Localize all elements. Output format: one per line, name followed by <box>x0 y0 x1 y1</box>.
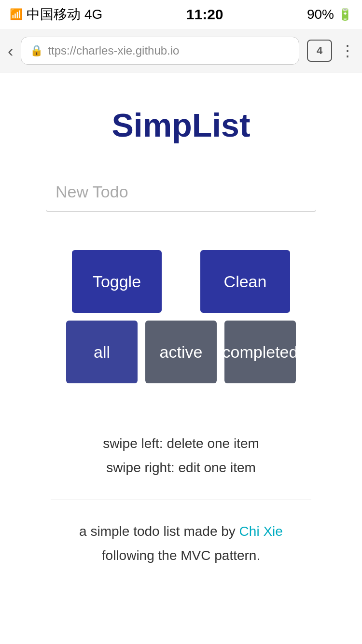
app-title: SimpList <box>111 106 250 144</box>
filter-buttons-row: all active completed <box>66 321 296 383</box>
new-todo-input[interactable] <box>46 173 316 211</box>
back-button[interactable]: ‹ <box>8 42 13 59</box>
status-bar: 📶 中国移动 4G 11:20 90% 🔋 <box>0 0 362 29</box>
browser-chrome: ‹ 🔒 ttps://charles-xie.github.io 4 ⋮ <box>0 29 362 72</box>
filter-all-button[interactable]: all <box>66 321 138 383</box>
status-bar-right: 90% 🔋 <box>307 7 352 22</box>
toggle-button[interactable]: Toggle <box>72 250 162 313</box>
todo-input-container <box>46 173 316 211</box>
time-label: 11:20 <box>186 6 223 23</box>
battery-label: 90% <box>307 7 334 22</box>
top-buttons-row: Toggle Clean <box>72 250 290 313</box>
buttons-area: Toggle Clean all active completed <box>66 250 296 383</box>
url-prefix: ttps:// <box>48 44 76 57</box>
signal-icon: 📶 <box>10 8 23 21</box>
status-bar-left: 📶 中国移动 4G <box>10 5 102 24</box>
network-label: 4G <box>84 7 102 22</box>
filter-completed-button[interactable]: completed <box>224 321 296 383</box>
menu-button[interactable]: ⋮ <box>340 42 354 60</box>
url-bar[interactable]: 🔒 ttps://charles-xie.github.io <box>21 37 299 65</box>
divider <box>51 500 311 500</box>
battery-icon: 🔋 <box>338 8 352 21</box>
instruction-line2: swipe right: edit one item <box>103 456 259 480</box>
tab-button[interactable]: 4 <box>307 40 332 62</box>
instruction-line1: swipe left: delete one item <box>103 432 259 456</box>
instructions: swipe left: delete one item swipe right:… <box>103 432 259 480</box>
footer-suffix: following the MVC pattern. <box>102 548 260 563</box>
filter-active-button[interactable]: active <box>145 321 217 383</box>
footer-link[interactable]: Chi Xie <box>239 524 283 539</box>
clean-button[interactable]: Clean <box>200 250 290 313</box>
lock-icon: 🔒 <box>30 44 43 57</box>
footer-prefix: a simple todo list made by <box>79 524 239 539</box>
url-main: charles-xie.github.io <box>76 44 179 57</box>
carrier-label: 中国移动 <box>27 5 81 24</box>
url-text: ttps://charles-xie.github.io <box>48 44 179 57</box>
footer-text: a simple todo list made by Chi Xie follo… <box>79 519 283 568</box>
main-content: SimpList Toggle Clean all active complet… <box>0 72 362 644</box>
